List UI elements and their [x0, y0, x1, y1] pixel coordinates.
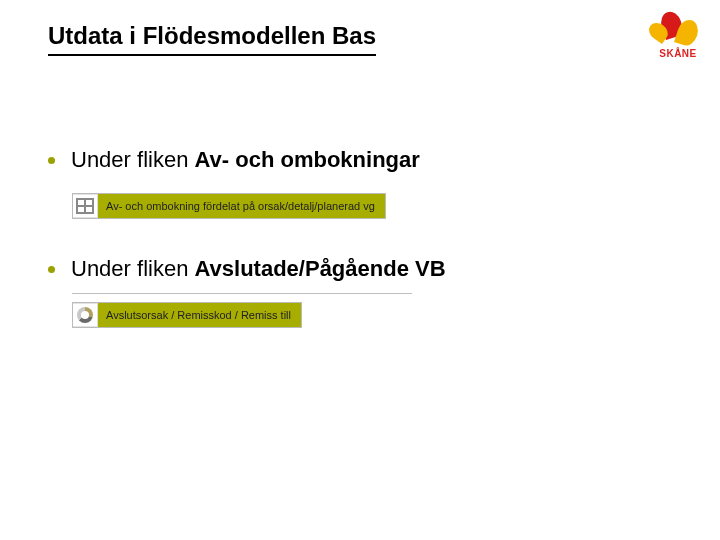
report-label-wrap: Avslutsorsak / Remisskod / Remiss till	[98, 303, 301, 327]
slide: Utdata i Flödesmodellen Bas SKÅNE Under …	[0, 0, 720, 540]
bullet-prefix: Under fliken	[71, 256, 195, 281]
report-row[interactable]: Av- och ombokning fördelat på orsak/deta…	[72, 193, 386, 219]
slide-title: Utdata i Flödesmodellen Bas	[48, 22, 376, 56]
slide-body: Under fliken Av- och ombokningar Av- och…	[48, 146, 672, 364]
report-row[interactable]: Avslutsorsak / Remisskod / Remiss till	[72, 302, 302, 328]
report-label: Avslutsorsak / Remisskod / Remiss till	[106, 309, 291, 321]
logo-mark-icon	[656, 10, 700, 50]
report-label: Av- och ombokning fördelat på orsak/deta…	[106, 200, 375, 212]
region-skane-logo: SKÅNE	[656, 10, 700, 59]
tab-name: Avslutade/Pågående VB	[195, 256, 446, 281]
bullet-dot-icon	[48, 157, 55, 164]
pie-chart-icon	[73, 304, 98, 326]
bullet-text: Under fliken Avslutade/Pågående VB	[71, 255, 446, 284]
bullet-item: Under fliken Av- och ombokningar	[48, 146, 672, 175]
bullet-text: Under fliken Av- och ombokningar	[71, 146, 420, 175]
bullet-item: Under fliken Avslutade/Pågående VB	[48, 255, 672, 284]
report-label-wrap: Av- och ombokning fördelat på orsak/deta…	[98, 194, 385, 218]
bullet-dot-icon	[48, 266, 55, 273]
tab-name: Av- och ombokningar	[195, 147, 420, 172]
grid-chart-icon	[73, 195, 98, 217]
bullet-prefix: Under fliken	[71, 147, 195, 172]
separator-line	[72, 293, 412, 294]
